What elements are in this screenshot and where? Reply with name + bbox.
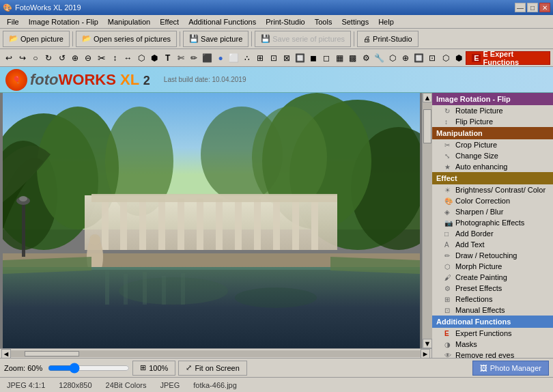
svg-rect-14 [158, 199, 165, 250]
panel-item-masks[interactable]: ◑ Masks [432, 339, 553, 350]
open-series-button[interactable]: 📂 Open series of pictures [76, 31, 177, 47]
redo-icon[interactable]: ↻ [42, 51, 55, 65]
menu-additional[interactable]: Additional Functions [184, 16, 260, 27]
panel-item-crop[interactable]: ✂ Crop Picture [432, 139, 553, 150]
frame2-icon[interactable]: 🔲 [413, 51, 425, 65]
menu-image-rotation[interactable]: Image Rotation - Flip [25, 16, 102, 27]
minimize-button[interactable]: — [515, 3, 526, 12]
hscroll-thumb[interactable] [25, 351, 79, 356]
square1-icon[interactable]: ◼ [307, 51, 320, 65]
panel-item-expert[interactable]: E Expert Functions [432, 328, 553, 339]
manual-effects-label: Manual Effects [455, 306, 505, 314]
rect-icon[interactable]: ⬜ [227, 51, 240, 65]
print-studio-button[interactable]: 🖨 Print-Studio [357, 31, 418, 47]
panel-item-draw[interactable]: ✏ Draw / Retouching [432, 250, 553, 261]
panel-item-change-size[interactable]: ⤡ Change Size [432, 150, 553, 161]
circle-icon[interactable]: ● [214, 51, 227, 65]
panel-item-morph[interactable]: ⬡ Morph Picture [432, 261, 553, 272]
shape2-icon[interactable]: ⬢ [148, 51, 160, 65]
menu-print-studio[interactable]: Print-Studio [261, 16, 309, 27]
expert-functions-button[interactable]: E E Expert Functions [466, 51, 550, 65]
section-header-additional[interactable]: Additional Functions [432, 316, 553, 328]
menu-effect[interactable]: Effect [156, 16, 183, 27]
menu-help[interactable]: Help [374, 16, 398, 27]
grid1-icon[interactable]: ⊞ [254, 51, 266, 65]
photo-manager-button[interactable]: 🖼 Photo Manager [472, 361, 549, 376]
hex2-icon[interactable]: ⬡ [439, 51, 451, 65]
vscroll-up-btn[interactable]: ▲ [423, 93, 432, 102]
panel-item-rotate-picture[interactable]: ↻ Rotate Picture [432, 105, 553, 116]
section-header-effect[interactable]: Effect [432, 172, 553, 184]
panel-item-add-text[interactable]: A Add Text [432, 239, 553, 250]
hex-icon[interactable]: ⬡ [386, 51, 399, 65]
zoom-out-icon[interactable]: ⊖ [82, 51, 94, 65]
photo-svg [3, 93, 420, 348]
cut-icon[interactable]: ✄ [175, 51, 187, 65]
shape1-icon[interactable]: ⬡ [135, 51, 147, 65]
panel-item-painting[interactable]: 🖌 Create Painting [432, 272, 553, 283]
svg-rect-31 [105, 270, 109, 305]
panel-item-add-border[interactable]: □ Add Border [432, 228, 553, 239]
wrench-icon[interactable]: 🔧 [373, 51, 386, 65]
panel-item-sharpen[interactable]: ◈ Sharpen / Blur [432, 206, 553, 217]
hscrollbar[interactable]: ◄ ► [0, 348, 431, 358]
close-button[interactable]: ✕ [539, 3, 550, 12]
open-picture-button[interactable]: 📂 Open picture [3, 31, 70, 47]
text-icon[interactable]: T [162, 51, 174, 65]
toolbar-separator [180, 31, 180, 46]
rotate-right-icon[interactable]: ↪ [16, 51, 28, 65]
panel-item-photographic[interactable]: 📷 Photographic Effects [432, 217, 553, 228]
maximize-button[interactable]: □ [527, 3, 538, 12]
panel-item-brightness[interactable]: ☀ Brightness/ Contrast/ Color [432, 184, 553, 195]
menu-settings[interactable]: Settings [337, 16, 373, 27]
flip-v-icon[interactable]: ↕ [109, 51, 121, 65]
crop-icon[interactable]: ✂ [96, 51, 108, 65]
vscroll-down-btn[interactable]: ▼ [423, 339, 432, 348]
flip-h-icon[interactable]: ↔ [122, 51, 134, 65]
menu-manipulation[interactable]: Manipulation [104, 16, 154, 27]
zoom-100-button[interactable]: ⊞ 100% [132, 361, 175, 376]
zoom-in-icon[interactable]: ⊕ [69, 51, 81, 65]
dots-icon[interactable]: ∴ [241, 51, 253, 65]
logobar: 🎈 fotoWORKS XL 2 Last build date: 10.04.… [0, 67, 553, 93]
logo-text: fotoWORKS XL 2 [30, 71, 150, 89]
menu-tools[interactable]: Tools [311, 16, 337, 27]
save-series-button[interactable]: 💾 Save serie of pictures [255, 31, 351, 47]
pattern1-icon[interactable]: ▦ [333, 51, 345, 65]
plus-circle-icon[interactable]: ⊕ [399, 51, 412, 65]
pattern2-icon[interactable]: ▩ [347, 51, 359, 65]
vscrollbar[interactable]: ▲ ▼ [422, 93, 431, 348]
section-header-rotation[interactable]: Image Rotation - Flip [432, 93, 553, 105]
square2-icon[interactable]: ◻ [320, 51, 332, 65]
grid4-icon[interactable]: ⊡ [426, 51, 438, 65]
hex3-icon[interactable]: ⬢ [453, 51, 465, 65]
draw-icon[interactable]: ✏ [188, 51, 200, 65]
panel-item-preset[interactable]: ⚙ Preset Effects [432, 283, 553, 294]
image-canvas[interactable] [0, 93, 422, 348]
vscroll-thumb[interactable] [423, 109, 431, 143]
panel-item-color-correction[interactable]: 🎨 Color Correction [432, 195, 553, 206]
hscroll-right-btn[interactable]: ► [421, 349, 430, 359]
hscroll-left-btn[interactable]: ◄ [1, 349, 11, 359]
panel-item-remove-redeye[interactable]: 👁 Remove red eyes [432, 350, 553, 358]
menu-file[interactable]: File [3, 16, 23, 27]
section-header-manipulation[interactable]: Manipulation [432, 127, 553, 139]
fit-on-screen-button[interactable]: ⤢ Fit on Screen [178, 361, 246, 376]
svg-point-38 [19, 196, 27, 201]
undo-icon[interactable]: ↺ [56, 51, 68, 65]
frame1-icon[interactable]: 🔲 [294, 51, 306, 65]
reset-icon[interactable]: ○ [29, 51, 42, 65]
svg-rect-32 [124, 274, 128, 305]
fill-icon[interactable]: ⬛ [201, 51, 214, 65]
grid2-icon[interactable]: ⊡ [268, 51, 280, 65]
panel-item-flip-picture[interactable]: ↕ Flip Picture [432, 116, 553, 127]
panel-item-manual-effects[interactable]: ⊡ Manual Effects [432, 305, 553, 316]
save-picture-button[interactable]: 💾 Save picture [183, 31, 249, 47]
settings2-icon[interactable]: ⚙ [360, 51, 372, 65]
panel-item-auto-enhance[interactable]: ★ Auto enhancing [432, 161, 553, 172]
open-picture-icon: 📂 [9, 34, 18, 43]
grid3-icon[interactable]: ⊠ [281, 51, 293, 65]
rotate-left-icon[interactable]: ↩ [3, 51, 15, 65]
zoom-slider[interactable] [48, 363, 130, 373]
panel-item-reflections[interactable]: ⊞ Reflections [432, 294, 553, 305]
